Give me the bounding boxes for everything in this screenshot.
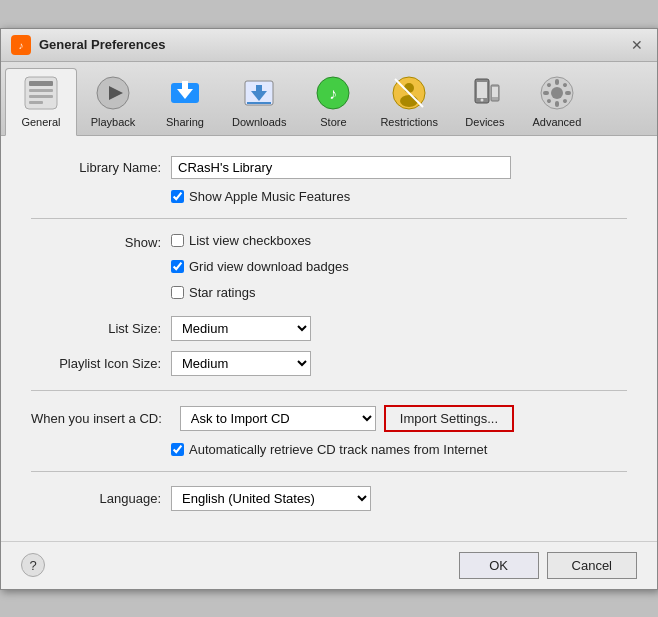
grid-badges-label: Grid view download badges [189, 259, 349, 274]
tab-playback-label: Playback [91, 116, 136, 128]
tab-downloads[interactable]: Downloads [221, 68, 297, 135]
advanced-icon [537, 73, 577, 113]
toolbar: General Playback Sharing [1, 62, 657, 136]
playlist-icon-size-label: Playlist Icon Size: [31, 356, 171, 371]
show-section: Show: List view checkboxes Grid view dow… [31, 233, 627, 306]
playlist-icon-size-row: Playlist Icon Size: Small Medium Large [31, 351, 627, 376]
app-icon: ♪ [11, 35, 31, 55]
tab-store[interactable]: ♪ Store [297, 68, 369, 135]
downloads-icon [239, 73, 279, 113]
tab-advanced-label: Advanced [532, 116, 581, 128]
divider-2 [31, 390, 627, 391]
tab-downloads-label: Downloads [232, 116, 286, 128]
list-view-label: List view checkboxes [189, 233, 311, 248]
list-view-row: List view checkboxes [171, 233, 349, 248]
list-size-dropdown[interactable]: Small Medium Large [171, 316, 311, 341]
tab-advanced[interactable]: Advanced [521, 68, 593, 135]
language-label: Language: [31, 491, 171, 506]
close-button[interactable]: ✕ [627, 35, 647, 55]
svg-text:♪: ♪ [19, 40, 24, 51]
svg-text:♪: ♪ [329, 85, 337, 102]
svg-rect-32 [565, 91, 571, 95]
library-name-input[interactable] [171, 156, 511, 179]
svg-rect-23 [477, 82, 487, 98]
apple-music-checkbox[interactable] [171, 190, 184, 203]
star-ratings-label: Star ratings [189, 285, 255, 300]
svg-rect-15 [247, 102, 271, 104]
auto-retrieve-row: Automatically retrieve CD track names fr… [171, 442, 627, 457]
divider-3 [31, 471, 627, 472]
restrictions-icon [389, 73, 429, 113]
auto-retrieve-checkbox[interactable] [171, 443, 184, 456]
title-bar: ♪ General Preferences ✕ [1, 29, 657, 62]
bottom-left: ? [21, 553, 45, 577]
cancel-button[interactable]: Cancel [547, 552, 637, 579]
sharing-icon [165, 73, 205, 113]
tab-store-label: Store [320, 116, 346, 128]
show-label: Show: [31, 233, 171, 250]
store-icon: ♪ [313, 73, 353, 113]
library-name-label: Library Name: [31, 160, 171, 175]
svg-rect-29 [555, 79, 559, 85]
title-bar-left: ♪ General Preferences [11, 35, 165, 55]
svg-rect-31 [543, 91, 549, 95]
cd-row: When you insert a CD: Ask to Import CD I… [31, 405, 627, 432]
svg-rect-3 [29, 81, 53, 86]
svg-rect-26 [492, 87, 498, 97]
list-size-label: List Size: [31, 321, 171, 336]
playlist-icon-size-dropdown[interactable]: Small Medium Large [171, 351, 311, 376]
apple-music-checkbox-row: Show Apple Music Features [171, 189, 627, 204]
list-size-row: List Size: Small Medium Large [31, 316, 627, 341]
tab-sharing[interactable]: Sharing [149, 68, 221, 135]
auto-retrieve-label: Automatically retrieve CD track names fr… [189, 442, 487, 457]
ok-button[interactable]: OK [459, 552, 539, 579]
tab-restrictions-label: Restrictions [380, 116, 437, 128]
auto-retrieve-checkbox-row: Automatically retrieve CD track names fr… [171, 442, 627, 457]
library-name-row: Library Name: [31, 156, 627, 179]
star-ratings-row: Star ratings [171, 285, 349, 300]
apple-music-row: Show Apple Music Features [171, 189, 627, 204]
star-ratings-checkbox[interactable] [171, 286, 184, 299]
svg-rect-6 [29, 101, 43, 104]
svg-point-24 [480, 98, 483, 101]
svg-point-20 [400, 95, 418, 107]
help-button[interactable]: ? [21, 553, 45, 577]
svg-point-19 [404, 83, 414, 93]
tab-restrictions[interactable]: Restrictions [369, 68, 448, 135]
grid-badges-row: Grid view download badges [171, 259, 349, 274]
grid-badges-checkbox[interactable] [171, 260, 184, 273]
show-checkboxes: List view checkboxes Grid view download … [171, 233, 349, 306]
playback-icon [93, 73, 133, 113]
tab-playback[interactable]: Playback [77, 68, 149, 135]
tab-devices[interactable]: Devices [449, 68, 521, 135]
list-view-checkbox[interactable] [171, 234, 184, 247]
svg-rect-11 [182, 81, 188, 91]
language-dropdown[interactable]: English (United States) English (UK) Fre… [171, 486, 371, 511]
devices-icon [465, 73, 505, 113]
cd-dropdown[interactable]: Ask to Import CD Import CD Import CD and… [180, 406, 376, 431]
svg-rect-14 [256, 85, 262, 93]
tab-devices-label: Devices [465, 116, 504, 128]
cd-label: When you insert a CD: [31, 411, 172, 426]
language-row: Language: English (United States) Englis… [31, 486, 627, 511]
tab-general-label: General [21, 116, 60, 128]
content-area: Library Name: Show Apple Music Features … [1, 136, 657, 541]
window-title: General Preferences [39, 37, 165, 52]
import-settings-button[interactable]: Import Settings... [384, 405, 514, 432]
svg-rect-30 [555, 101, 559, 107]
tab-general[interactable]: General [5, 68, 77, 136]
divider-1 [31, 218, 627, 219]
apple-music-label: Show Apple Music Features [189, 189, 350, 204]
bottom-bar: ? OK Cancel [1, 541, 657, 589]
tab-sharing-label: Sharing [166, 116, 204, 128]
preferences-window: ♪ General Preferences ✕ General [0, 28, 658, 590]
svg-rect-5 [29, 95, 53, 98]
general-icon [21, 73, 61, 113]
svg-rect-4 [29, 89, 53, 92]
bottom-right: OK Cancel [459, 552, 637, 579]
svg-point-28 [551, 87, 563, 99]
